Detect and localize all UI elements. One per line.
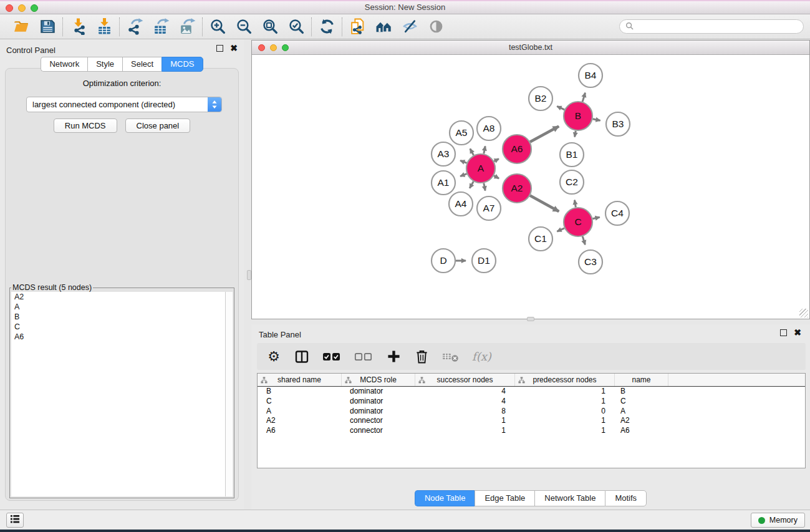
edge-A-A2[interactable] [494, 176, 499, 179]
node-C3[interactable]: C3 [579, 250, 602, 274]
node-B4[interactable]: B4 [579, 64, 602, 87]
node-D[interactable]: D [432, 249, 455, 273]
task-history-button[interactable] [6, 513, 24, 528]
edge-A6-B[interactable] [530, 127, 559, 142]
edge-B-B1[interactable] [575, 131, 576, 137]
edge-A-A8[interactable] [484, 146, 485, 153]
node-C4[interactable]: C4 [605, 201, 629, 225]
table-cell[interactable]: connector [341, 416, 415, 426]
node-C1[interactable]: C1 [529, 227, 552, 251]
edge-C-C2[interactable] [575, 200, 576, 208]
table-row[interactable]: A6connector11A6 [258, 426, 805, 436]
table-cell[interactable]: 1 [514, 426, 614, 436]
apply-layout-icon[interactable] [318, 18, 335, 36]
select-all-rows-icon[interactable] [322, 349, 341, 365]
node-A4[interactable]: A4 [449, 192, 473, 216]
first-neighbors-icon[interactable] [375, 18, 392, 36]
splitter-handle-horizontal[interactable] [527, 317, 534, 321]
table-row[interactable]: A2connector11A2 [258, 416, 805, 426]
maximize-window-icon[interactable] [31, 4, 38, 12]
table-cell[interactable]: 4 [415, 397, 514, 407]
table-cell[interactable]: B [614, 387, 668, 397]
export-image-icon[interactable] [178, 18, 196, 36]
table-cell[interactable]: 1 [514, 397, 614, 407]
table-settings-icon[interactable]: ⚙ [266, 349, 281, 365]
table-cell[interactable]: 1 [415, 416, 514, 426]
table-cell[interactable]: A2 [614, 416, 668, 426]
search-input[interactable] [637, 22, 798, 31]
run-mcds-button[interactable]: Run MCDS [54, 118, 117, 133]
tab-motifs[interactable]: Motifs [605, 490, 647, 506]
splitter-handle-vertical[interactable] [247, 270, 251, 280]
table-cell[interactable]: A [258, 407, 341, 417]
node-B1[interactable]: B1 [560, 143, 584, 167]
window-resize-grip[interactable] [799, 309, 808, 317]
node-C2[interactable]: C2 [560, 170, 584, 194]
zoom-in-icon[interactable] [209, 18, 226, 36]
table-cell[interactable]: 1 [514, 387, 614, 397]
tab-select[interactable]: Select [122, 57, 162, 72]
zoom-out-icon[interactable] [235, 18, 253, 36]
node-D1[interactable]: D1 [472, 249, 496, 273]
open-session-icon[interactable] [12, 18, 30, 36]
table-row[interactable]: Cdominator41C [258, 397, 805, 407]
mcds-list-scrollbar[interactable] [225, 292, 233, 496]
deselect-all-rows-icon[interactable] [354, 349, 373, 365]
table-cell[interactable]: 1 [415, 426, 514, 436]
zoom-selected-icon[interactable] [287, 18, 305, 36]
node-A2[interactable]: A2 [503, 174, 531, 203]
mcds-result-item[interactable]: A2 [11, 292, 233, 302]
node-B3[interactable]: B3 [606, 112, 630, 136]
table-row[interactable]: Adominator80A [258, 407, 805, 417]
node-A7[interactable]: A7 [477, 196, 501, 220]
hide-selected-icon[interactable] [401, 18, 418, 36]
float-panel-icon[interactable] [216, 45, 223, 52]
add-row-icon[interactable] [386, 349, 401, 365]
column-header-mcds-role[interactable]: MCDS role [341, 374, 415, 386]
column-visibility-icon[interactable] [294, 349, 309, 365]
export-table-icon[interactable] [152, 18, 170, 36]
tab-edge-table[interactable]: Edge Table [475, 490, 534, 506]
close-window-icon[interactable] [6, 4, 13, 12]
show-graphics-details-icon[interactable] [427, 18, 445, 36]
mcds-result-item[interactable]: A [11, 302, 233, 312]
network-close-icon[interactable] [258, 44, 265, 51]
close-panel-button[interactable]: Close panel [125, 118, 191, 133]
float-table-panel-icon[interactable] [780, 329, 787, 336]
table-cell[interactable]: 4 [415, 387, 514, 397]
import-network-icon[interactable] [69, 18, 87, 36]
edge-C-C4[interactable] [592, 217, 599, 219]
column-header-shared-name[interactable]: shared name [258, 374, 341, 386]
table-cell[interactable]: dominator [341, 407, 415, 417]
minimize-window-icon[interactable] [18, 4, 26, 12]
table-cell[interactable]: A6 [614, 426, 668, 436]
table-cell[interactable]: connector [341, 426, 415, 436]
search-box[interactable] [619, 19, 804, 34]
column-header-predecessor-nodes[interactable]: predecessor nodes [514, 374, 614, 386]
close-table-panel-icon[interactable]: ✖ [794, 329, 801, 336]
mcds-result-item[interactable]: A6 [11, 332, 233, 342]
edge-C-C3[interactable] [582, 236, 585, 244]
edge-B-B4[interactable] [582, 93, 585, 102]
network-minimize-icon[interactable] [270, 44, 277, 51]
tab-network[interactable]: Network [41, 57, 87, 72]
edge-B-B2[interactable] [557, 106, 564, 110]
table-cell[interactable]: C [614, 397, 668, 407]
node-A[interactable]: A [466, 154, 495, 183]
edge-A-A4[interactable] [470, 181, 473, 188]
table-cell[interactable]: dominator [341, 397, 415, 407]
tab-network-table[interactable]: Network Table [534, 490, 605, 506]
network-maximize-icon[interactable] [282, 44, 289, 51]
edge-B-B3[interactable] [593, 119, 600, 120]
tab-mcds[interactable]: MCDS [162, 57, 203, 72]
edge-C-C1[interactable] [557, 228, 564, 231]
edge-A-A6[interactable] [494, 159, 499, 162]
mcds-result-item[interactable]: B [11, 312, 233, 322]
new-network-from-selection-icon[interactable] [349, 18, 366, 36]
node-B[interactable]: B [564, 102, 592, 130]
node-A3[interactable]: A3 [432, 142, 455, 166]
criterion-dropdown[interactable]: largest connected component (directed) [26, 97, 222, 112]
edge-A-A1[interactable] [460, 174, 467, 177]
import-table-icon[interactable] [95, 18, 113, 36]
table-cell[interactable]: 0 [514, 407, 614, 417]
